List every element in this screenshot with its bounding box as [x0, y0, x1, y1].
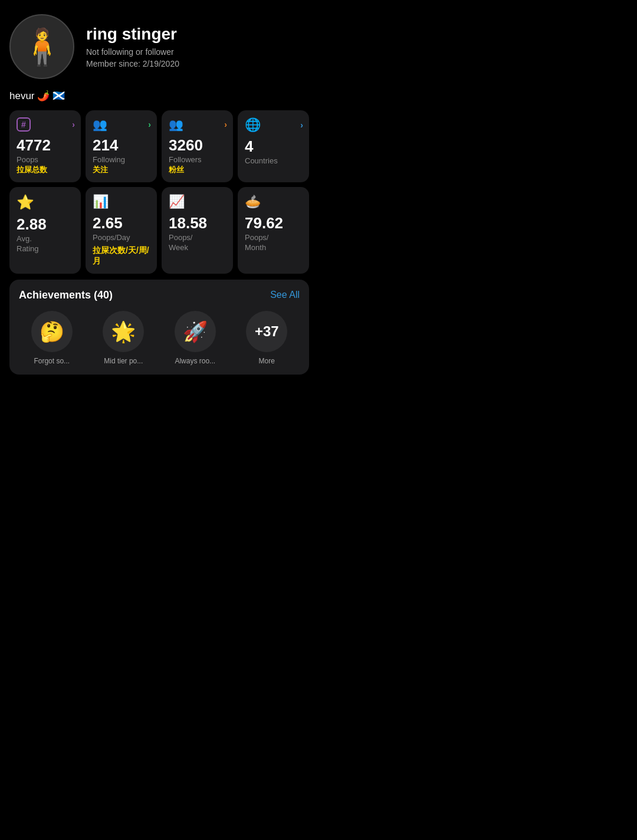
- achievements-title: Achievements (40): [19, 289, 113, 301]
- profile-header: 🧍 ring stinger Not following or follower…: [9, 14, 309, 79]
- achievements-header: Achievements (40) See All: [19, 289, 300, 301]
- rating-number: 2.88: [17, 216, 75, 232]
- cn-label-day: 拉屎次数/天/周/月: [93, 245, 151, 267]
- rocket-emoji: 🚀: [183, 320, 208, 343]
- countries-label: Countries: [245, 156, 303, 166]
- bars-icon: 📊: [93, 194, 151, 209]
- stat-card-following[interactable]: 👥 › 214 Following 关注: [86, 110, 157, 182]
- followers-label-cn: 粉丝: [169, 165, 227, 175]
- poops-day-number: 2.65: [93, 215, 151, 231]
- achievement-icon-rocket: 🚀: [175, 311, 216, 352]
- profile-member: Member since: 2/19/2020: [86, 59, 309, 68]
- poops-arrow: ›: [72, 120, 75, 129]
- achievements-grid: 🤔 Forgot so... 🌟 Mid tier po... 🚀 Always…: [19, 311, 300, 365]
- avatar: 🧍: [9, 14, 74, 79]
- star-achievement-emoji: 🌟: [111, 320, 136, 343]
- achievement-item-2[interactable]: 🚀 Always roo...: [162, 311, 228, 365]
- achievement-icon-thinking: 🤔: [31, 311, 73, 352]
- achievement-item-0[interactable]: 🤔 Forgot so...: [19, 311, 85, 365]
- profile-name: ring stinger: [86, 25, 309, 44]
- rating-label: Avg.Rating: [17, 234, 75, 254]
- following-label: Following: [93, 155, 151, 165]
- stats-row1: # › 4772 Poops 拉屎总数 👥 › 214 Following 关注: [9, 110, 309, 182]
- achievement-item-more[interactable]: +37 More: [234, 311, 300, 365]
- globe-icon: 🌐: [245, 117, 261, 133]
- countries-number: 4: [245, 139, 303, 154]
- achievement-label-0: Forgot so...: [34, 357, 70, 365]
- see-all-button[interactable]: See All: [270, 290, 300, 300]
- poops-month-label: Poops/Month: [245, 233, 303, 253]
- followers-arrow: ›: [224, 120, 227, 129]
- achievement-label-2: Always roo...: [175, 357, 215, 365]
- profile-info: ring stinger Not following or follower M…: [86, 25, 309, 68]
- profile-handle: hevur 🌶️ 🏴󠁧󠁢󠁳󠁣󠁴󠁿: [9, 90, 309, 102]
- achievement-icon-more: +37: [246, 311, 287, 352]
- more-count: +37: [255, 323, 279, 340]
- stats-row2-section: ⭐ 2.88 Avg.Rating 📊 2.65 Poops/Day 拉屎次数/…: [9, 187, 309, 274]
- stat-card-following-header: 👥 ›: [93, 117, 151, 132]
- profile-status: Not following or follower: [86, 47, 309, 57]
- poops-week-number: 18.58: [169, 215, 227, 231]
- followers-label: Followers: [169, 155, 227, 165]
- poops-label: Poops: [17, 155, 75, 165]
- stat-card-poops-day[interactable]: 📊 2.65 Poops/Day 拉屎次数/天/周/月: [86, 187, 157, 274]
- followers-number: 3260: [169, 137, 227, 153]
- star-icon: ⭐: [17, 194, 75, 211]
- stat-card-poops-month[interactable]: 🥧 79.62 Poops/Month: [238, 187, 309, 274]
- achievement-item-1[interactable]: 🌟 Mid tier po...: [91, 311, 157, 365]
- page: 🧍 ring stinger Not following or follower…: [0, 0, 318, 386]
- following-icon: 👥: [93, 117, 107, 132]
- following-arrow: ›: [148, 120, 151, 129]
- poops-number: 4772: [17, 137, 75, 153]
- stat-card-followers[interactable]: 👥 › 3260 Followers 粉丝: [162, 110, 233, 182]
- countries-arrow: ›: [300, 120, 303, 130]
- followers-icon: 👥: [169, 117, 183, 132]
- poops-label-cn: 拉屎总数: [17, 165, 75, 175]
- achievement-icon-star: 🌟: [103, 311, 144, 352]
- stat-card-followers-header: 👥 ›: [169, 117, 227, 132]
- achievements-section: Achievements (40) See All 🤔 Forgot so...…: [9, 280, 309, 375]
- hash-icon: #: [17, 117, 31, 132]
- thinking-emoji: 🤔: [40, 320, 64, 343]
- stat-card-poops-week[interactable]: 📈 18.58 Poops/Week: [162, 187, 233, 274]
- stats-row2: ⭐ 2.88 Avg.Rating 📊 2.65 Poops/Day 拉屎次数/…: [9, 187, 309, 274]
- following-label-cn: 关注: [93, 165, 151, 175]
- achievement-label-1: Mid tier po...: [104, 357, 143, 365]
- pie-icon: 🥧: [245, 194, 303, 209]
- poops-month-number: 79.62: [245, 215, 303, 231]
- stat-card-countries-header: 🌐 ›: [245, 117, 303, 133]
- achievement-label-more: More: [259, 357, 275, 365]
- stat-card-poops-header: # ›: [17, 117, 75, 132]
- poops-week-label: Poops/Week: [169, 233, 227, 253]
- following-number: 214: [93, 137, 151, 153]
- stat-card-rating[interactable]: ⭐ 2.88 Avg.Rating: [9, 187, 81, 274]
- poops-day-label: Poops/Day: [93, 233, 151, 243]
- stat-card-poops[interactable]: # › 4772 Poops 拉屎总数: [9, 110, 81, 182]
- stats-row1-section: # › 4772 Poops 拉屎总数 👥 › 214 Following 关注: [9, 110, 309, 182]
- stat-card-countries[interactable]: 🌐 › 4 Countries: [238, 110, 309, 182]
- chart-icon: 📈: [169, 194, 227, 209]
